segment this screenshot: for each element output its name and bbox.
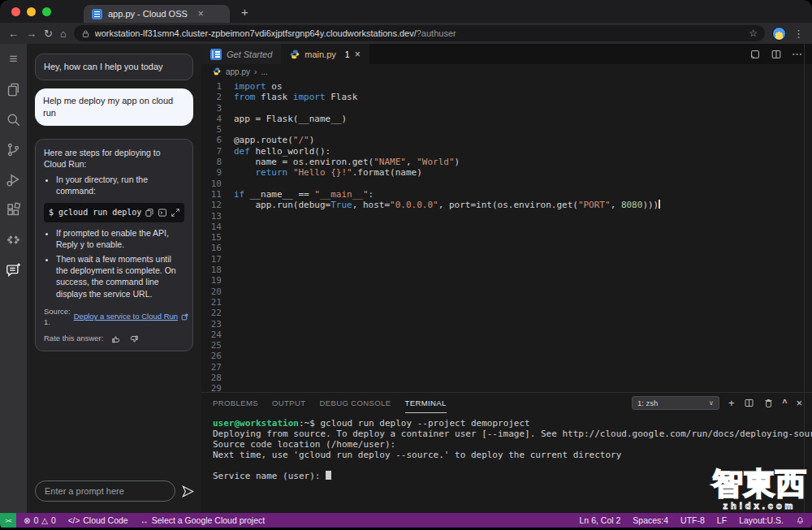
line-number: 14 — [201, 222, 234, 232]
panel-tab-problems[interactable]: PROBLEMS — [213, 393, 258, 413]
code-line: 22 — [201, 308, 812, 318]
status-item-spaces-4[interactable]: Spaces:4 — [633, 515, 668, 525]
code-text: @app.route("/") — [234, 135, 314, 145]
forward-icon[interactable]: → — [26, 28, 37, 39]
tab-main-py[interactable]: main.py 1 × — [281, 44, 369, 64]
line-number: 8 — [201, 157, 234, 167]
code-line: 1import os — [201, 81, 812, 92]
terminal-line — [213, 460, 812, 471]
code-line: 16 — [201, 243, 812, 253]
menu-icon[interactable]: ≡ — [4, 50, 24, 69]
tab-close-icon[interactable]: × — [198, 8, 204, 19]
code-line: 17 — [201, 254, 812, 265]
thumbs-up-icon[interactable] — [111, 334, 121, 344]
maximize-window-button[interactable] — [42, 7, 51, 16]
panel-tab-terminal[interactable]: TERMINAL — [405, 393, 447, 413]
close-window-button[interactable] — [11, 7, 20, 16]
cloud-code-status[interactable]: </> Cloud Code — [68, 515, 128, 525]
code-editor[interactable]: 1import os2from flask import Flask34app … — [201, 79, 812, 392]
line-number: 24 — [201, 330, 234, 340]
code-line: 13 — [201, 211, 812, 222]
user-message-bubble: Help me deploy my app on cloud run — [35, 88, 193, 126]
code-line: 3 — [201, 103, 812, 114]
status-item-layout-u-s[interactable]: Layout:U.S. — [739, 515, 784, 525]
terminal[interactable]: user@workstation:~$ gcloud run deploy --… — [201, 413, 812, 513]
notifications-bell-icon[interactable] — [796, 516, 805, 525]
back-icon[interactable]: ← — [8, 28, 19, 39]
run-debug-icon[interactable] — [4, 170, 24, 189]
source-link[interactable]: Deploy a service to Cloud Run — [74, 312, 178, 322]
status-item-lf[interactable]: LF — [717, 515, 727, 525]
errors-count: 0 — [33, 515, 38, 525]
open-preview-icon[interactable] — [749, 49, 761, 60]
terminal-line: user@workstation:~$ gcloud run deploy --… — [213, 418, 812, 429]
answer-step-2: If prompted to enable the API, Reply y t… — [56, 227, 184, 250]
code-line: 8 name = os.environ.get("NAME", "World") — [201, 157, 812, 167]
line-number: 4 — [201, 114, 234, 124]
panel-tab-output[interactable]: OUTPUT — [272, 393, 305, 413]
url-query: ?authuser — [417, 28, 456, 38]
address-bar[interactable]: workstation-lf31smn4.cluster-zpbeimon7vd… — [74, 25, 765, 41]
status-item-utf-8[interactable]: UTF-8 — [680, 515, 705, 525]
answer-steps: In your directory, run the command: — [44, 174, 184, 196]
editor-scrollbar[interactable] — [804, 44, 805, 513]
code-line: 5 — [201, 124, 812, 135]
code-line: 4app = Flask(__name__) — [201, 114, 812, 124]
home-icon[interactable]: ⌂ — [60, 28, 67, 39]
new-terminal-icon[interactable]: + — [728, 398, 735, 408]
panel-tab-debug-console[interactable]: DEBUG CONSOLE — [319, 393, 391, 413]
send-icon[interactable] — [181, 485, 195, 498]
expand-icon[interactable] — [171, 208, 180, 218]
bottom-panel: PROBLEMSOUTPUTDEBUG CONSOLETERMINAL 1: z… — [201, 392, 812, 513]
prompt-input[interactable] — [35, 480, 175, 502]
source-control-icon[interactable] — [4, 140, 24, 159]
more-actions-icon[interactable]: ⋯ — [792, 48, 802, 60]
problems-indicator[interactable]: ⊗ 0 △ 0 — [24, 515, 56, 525]
cloud-code-icon[interactable] — [4, 230, 24, 249]
status-bar-left: ⊗ 0 △ 0 </> Cloud Code ↔ Select a Google… — [16, 515, 265, 525]
browser-menu-icon[interactable]: ⋮ — [793, 28, 804, 39]
python-file-icon — [213, 67, 221, 75]
code-line: 24 — [201, 330, 812, 340]
code-text: import os — [234, 81, 283, 92]
tab-get-started[interactable]: Get Started — [201, 44, 281, 64]
browser-tab[interactable]: app.py - Cloud OSS × — [84, 5, 230, 23]
maximize-panel-icon[interactable]: ^ — [783, 399, 788, 407]
duet-chat-icon[interactable] — [4, 260, 24, 279]
code-line: 20 — [201, 287, 812, 297]
kill-terminal-icon[interactable] — [763, 398, 774, 408]
code-text: app.run(debug=True, host="0.0.0.0", port… — [234, 200, 660, 210]
minimize-window-button[interactable] — [27, 7, 36, 16]
split-editor-icon[interactable] — [771, 49, 782, 60]
status-item-ln-6-col-2[interactable]: Ln 6, Col 2 — [580, 515, 621, 525]
line-number: 9 — [201, 167, 234, 178]
chat-panel: Hey, how can I help you today Help me de… — [27, 44, 201, 513]
panel-controls: 1: zsh ∨ + ^ × — [632, 396, 802, 410]
run-in-terminal-icon[interactable] — [158, 208, 167, 218]
copy-icon[interactable] — [145, 208, 154, 218]
select-project-status[interactable]: ↔ Select a Google Cloud project — [140, 515, 266, 525]
close-panel-icon[interactable]: × — [796, 398, 802, 408]
line-number: 17 — [201, 254, 234, 265]
code-text: return "Hello {}!".format(name) — [234, 167, 422, 178]
tab-main-py-label: main.py — [304, 50, 336, 59]
breadcrumb-file[interactable]: app.py — [226, 67, 250, 76]
bookmark-star-icon[interactable]: ☆ — [749, 28, 758, 39]
search-icon[interactable] — [4, 110, 24, 129]
line-number: 29 — [201, 383, 234, 392]
chevron-down-icon: ∨ — [709, 399, 714, 407]
code-line: 11if __name__ == "__main__": — [201, 189, 812, 200]
reload-icon[interactable]: ↻ — [44, 28, 53, 39]
remote-indicator[interactable]: >< — [0, 513, 16, 528]
thumbs-down-icon[interactable] — [129, 334, 139, 344]
account-avatar[interactable] — [772, 27, 786, 41]
tab-close-icon[interactable]: × — [355, 49, 361, 60]
assistant-greeting-bubble: Hey, how can I help you today — [35, 54, 193, 80]
new-tab-button[interactable]: + — [241, 5, 248, 19]
browser-titlebar: app.py - Cloud OSS × + — [0, 0, 812, 23]
extensions-icon[interactable] — [4, 200, 24, 219]
breadcrumb-more[interactable]: ... — [261, 67, 267, 76]
split-terminal-icon[interactable] — [744, 398, 754, 408]
explorer-icon[interactable] — [4, 80, 24, 99]
terminal-shell-select[interactable]: 1: zsh ∨ — [632, 396, 719, 410]
